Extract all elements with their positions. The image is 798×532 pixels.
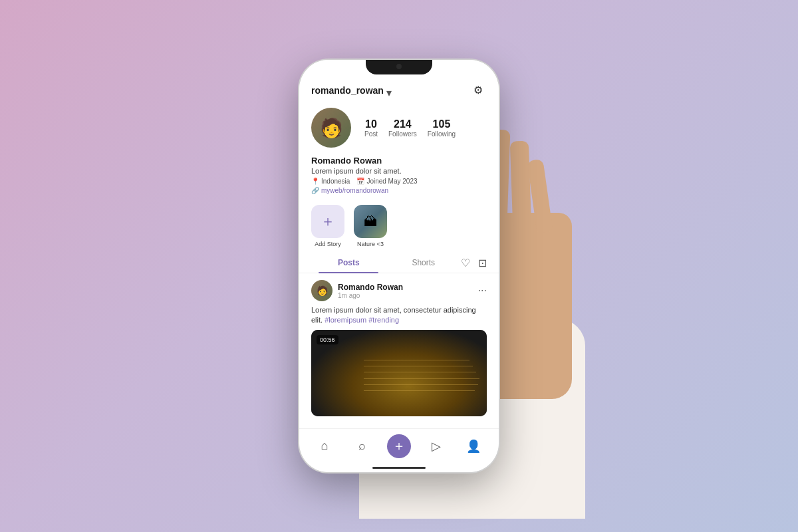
post-time: 1m ago [338,292,403,299]
posts-count: 10 [365,118,377,130]
tab-posts-label: Posts [338,258,360,267]
story-add-item[interactable]: ＋ Add Story [311,205,344,247]
post-caption: Lorem ipsum dolor sit amet, consectetur … [311,305,487,326]
nav-home[interactable]: ⌂ [311,433,338,460]
username-row[interactable]: romando_rowan ▾ [311,85,394,96]
profile-stats: 🧑 10 Post 214 Followers 105 Following [299,101,499,153]
heart-icon[interactable]: ♡ [461,257,470,269]
tab-action-icons: ♡ ⊡ [461,257,487,269]
stat-following[interactable]: 105 Following [428,118,456,138]
phone-notch [366,60,432,74]
add-icon: ＋ [392,437,406,455]
post-section: 🧑 Romando Rowan 1m ago ··· Lorem ipsum d… [299,273,499,428]
home-bar [372,467,426,469]
tab-posts[interactable]: Posts [311,253,386,273]
stories-row: ＋ Add Story 🏔 Nature <3 [299,200,499,253]
bio-text: Lorem ipsum dolor sit amet. [311,167,487,175]
joined-text: Joined May 2023 [366,178,417,185]
add-story-button[interactable]: ＋ [311,205,344,238]
followers-label: Followers [388,130,417,138]
phone-device: romando_rowan ▾ ⚙ 🧑 10 Post 214 [299,60,499,472]
nav-profile[interactable]: 👤 [460,433,487,460]
profile-header: romando_rowan ▾ ⚙ [299,78,499,101]
scene: romando_rowan ▾ ⚙ 🧑 10 Post 214 [226,13,572,519]
search-icon: ⌕ [358,439,366,453]
add-story-label: Add Story [315,241,341,247]
stats-row: 10 Post 214 Followers 105 Following [364,118,487,138]
play-icon: ▷ [432,439,441,454]
hashtags[interactable]: #loremipsum #trending [325,316,399,324]
tab-shorts-label: Shorts [412,258,435,267]
profile-info: Romando Rowan Lorem ipsum dolor sit amet… [299,153,499,200]
meta-row: 📍 Indonesia 📅 Joined May 2023 [311,178,487,185]
location-icon: 📍 [311,178,319,185]
profile-link[interactable]: 🔗 myweb/romandorowan [311,187,487,194]
story-label: Nature <3 [357,241,384,247]
location-text: Indonesia [321,178,350,185]
joined-item: 📅 Joined May 2023 [356,178,417,185]
followers-count: 214 [394,118,412,130]
post-user-name: Romando Rowan [338,283,403,292]
home-indicator [299,463,499,472]
display-name: Romando Rowan [311,156,487,166]
posts-label: Post [364,130,378,138]
tab-shorts[interactable]: Shorts [386,253,462,273]
following-label: Following [428,130,456,138]
profile-icon: 👤 [466,439,481,454]
nav-add[interactable]: ＋ [386,433,412,460]
story-item[interactable]: 🏔 Nature <3 [354,205,387,247]
bookmark-icon[interactable]: ⊡ [478,257,487,269]
video-thumbnail[interactable]: 00:56 [311,330,487,416]
stat-posts[interactable]: 10 Post [364,118,378,138]
location-item: 📍 Indonesia [311,178,350,185]
avatar: 🧑 [311,108,351,148]
tabs-row: Posts Shorts ♡ ⊡ [299,253,499,273]
post-header: 🧑 Romando Rowan 1m ago ··· [311,280,487,301]
post-avatar: 🧑 [311,280,332,301]
bottom-navigation: ⌂ ⌕ ＋ ▷ 👤 [299,428,499,463]
stat-followers[interactable]: 214 Followers [388,118,417,138]
nav-play[interactable]: ▷ [423,433,450,460]
link-text: myweb/romandorowan [321,187,388,194]
add-button[interactable]: ＋ [387,434,411,458]
username-text: romando_rowan [311,85,384,96]
settings-icon[interactable]: ⚙ [473,84,487,97]
more-options-icon[interactable]: ··· [478,285,487,297]
home-icon: ⌂ [321,439,329,453]
story-thumbnail: 🏔 [354,205,387,238]
calendar-icon: 📅 [356,178,364,185]
post-user-info: 🧑 Romando Rowan 1m ago [311,280,403,301]
video-timestamp: 00:56 [317,335,338,344]
link-icon: 🔗 [311,187,319,194]
nav-search[interactable]: ⌕ [348,433,375,460]
following-count: 105 [433,118,451,130]
phone-screen: romando_rowan ▾ ⚙ 🧑 10 Post 214 [299,60,499,472]
chevron-down-icon: ▾ [386,86,394,94]
